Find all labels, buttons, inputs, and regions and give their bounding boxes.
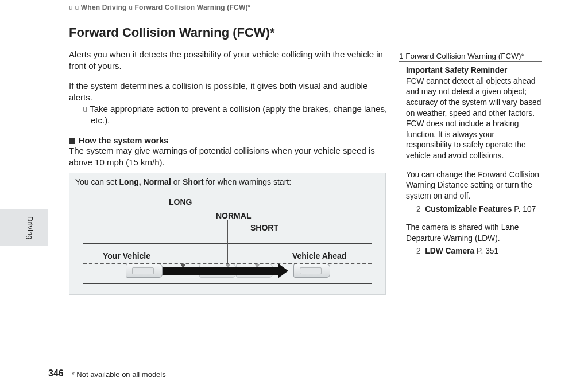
side-xref1: 2 Customizable Features P. 107 (416, 204, 542, 215)
label-short: SHORT (250, 223, 278, 232)
xref2-page: P. 351 (477, 247, 498, 255)
motion-arrow-icon (162, 267, 279, 275)
xref2-icon: 2 (416, 247, 421, 255)
label-vehicle-ahead: Vehicle Ahead (292, 251, 346, 260)
breadcrumb-sep: u (129, 3, 133, 11)
xref1-icon: 2 (416, 205, 421, 213)
action-bullet-icon: u (83, 104, 87, 114)
breadcrumb-l1: When Driving (81, 3, 127, 11)
intro-text: Alerts you when it detects the possibili… (69, 49, 388, 72)
diagram-cap-opts: Long, Normal (119, 177, 171, 186)
side-p4: The camera is shared with Lane Departure… (406, 223, 542, 244)
side-index-icon: 1 (399, 52, 404, 59)
car-ahead-icon (293, 264, 330, 278)
subheading-square-icon (69, 138, 75, 144)
pointer-short (257, 232, 257, 265)
car-your-icon (126, 264, 163, 278)
condition-text: If the system determines a collision is … (69, 80, 388, 104)
diagram-cap-short: Short (183, 177, 204, 186)
xref1-label: Customizable Features (425, 205, 512, 213)
label-your-vehicle: Your Vehicle (103, 251, 150, 260)
breadcrumb-symbol: u (69, 3, 73, 11)
page-title: Forward Collision Warning (FCW)* (69, 25, 388, 44)
diagram-caption: You can set Long, Normal or Short for wh… (69, 173, 385, 186)
side-reminder-title: Important Safety Reminder (406, 66, 507, 75)
diagram-cap-post: for when warnings start: (204, 177, 292, 186)
subheading-label: How the system works (79, 136, 168, 145)
breadcrumb: u u When Driving u Forward Collision War… (69, 0, 542, 11)
pointer-long (183, 206, 183, 265)
diagram-cap-pre: You can set (75, 177, 119, 186)
footer: 346 * Not available on all models (48, 368, 166, 379)
side-p3: You can change the Forward Collision War… (406, 170, 542, 202)
xref2-label: LDW Camera (425, 247, 474, 255)
page-number: 346 (48, 368, 64, 379)
label-normal: NORMAL (216, 211, 251, 220)
side-heading: 1 Forward Collision Warning (FCW)* (399, 52, 542, 62)
xref1-page: P. 107 (514, 205, 536, 213)
action-text: u Take appropriate action to prevent a c… (83, 103, 388, 127)
diagram-cap-or: or (171, 177, 183, 186)
breadcrumb-l2: Forward Collision Warning (FCW)* (135, 3, 251, 11)
action-body: Take appropriate action to prevent a col… (90, 104, 387, 125)
road-edge-bottom (83, 283, 372, 284)
side-p1: Important Safety Reminder FCW cannot det… (406, 65, 542, 162)
footnote: * Not available on all models (72, 370, 166, 379)
side-title: Forward Collision Warning (FCW)* (405, 52, 524, 60)
label-long: LONG (169, 197, 192, 207)
pointer-normal (227, 220, 228, 265)
side-xref2: 2 LDW Camera P. 351 (416, 246, 542, 257)
side-reminder-body: FCW cannot detect all objects ahead and … (406, 77, 541, 160)
subheading: How the system works (69, 136, 388, 145)
fcw-diagram: You can set Long, Normal or Short for wh… (69, 173, 386, 295)
breadcrumb-symbol2: u (75, 3, 79, 11)
section-tab: Driving (0, 209, 48, 246)
subheading-desc: The system may give warnings of potentia… (69, 145, 388, 169)
section-tab-label: Driving (26, 216, 34, 239)
